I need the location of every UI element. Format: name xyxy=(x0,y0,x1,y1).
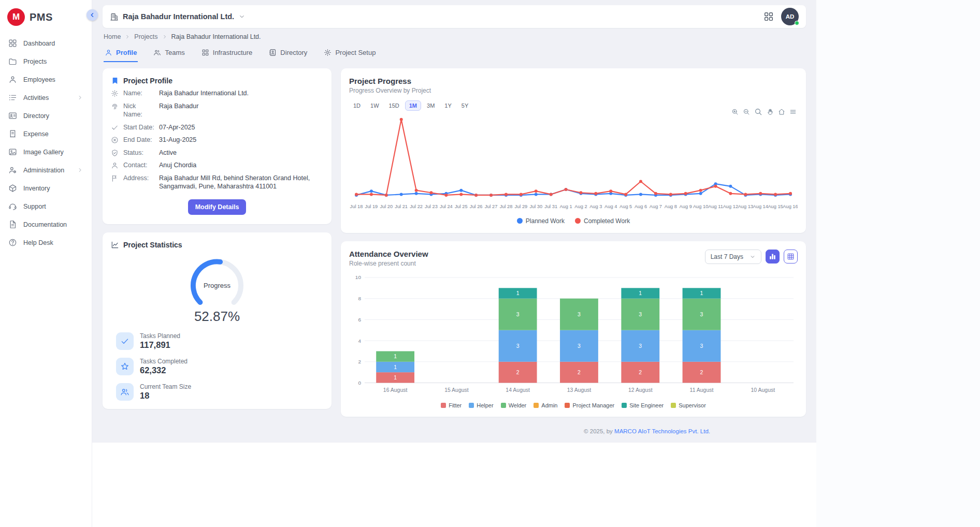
sidebar-item-support[interactable]: Support xyxy=(0,197,92,215)
range-1w-button[interactable]: 1W xyxy=(366,100,383,111)
chart-menu-icon[interactable] xyxy=(789,108,797,115)
stat-label: Tasks Planned xyxy=(140,332,180,340)
user-icon xyxy=(105,49,112,56)
svg-text:11 August: 11 August xyxy=(690,387,714,393)
footer: © 2025, by MARCO AIoT Technologies Pvt. … xyxy=(341,425,806,434)
attendance-bar-chart[interactable]: 024681011116 August15 August233114 Augus… xyxy=(349,271,798,401)
legend-swatch xyxy=(501,403,506,408)
tab-directory[interactable]: Directory xyxy=(268,46,308,62)
inventory-icon xyxy=(8,184,17,193)
tab-infrastructure[interactable]: Infrastructure xyxy=(200,46,254,62)
field-value: Raja Bahadur International Ltd. xyxy=(159,89,323,98)
svg-text:13 August: 13 August xyxy=(567,387,592,393)
sidebar-item-administration[interactable]: Administration xyxy=(0,161,92,179)
profile-field-status: Status:Active xyxy=(111,149,323,157)
svg-text:2: 2 xyxy=(639,369,642,375)
svg-text:Jul 20: Jul 20 xyxy=(380,204,393,209)
legend-item-planned-work[interactable]: Planned Work xyxy=(517,217,565,225)
sidebar-item-help-desk[interactable]: Help Desk xyxy=(0,233,92,252)
range-1m-button[interactable]: 1M xyxy=(405,100,421,111)
avatar[interactable]: AD xyxy=(781,8,799,25)
legend-item-supervisor[interactable]: Supervisor xyxy=(671,402,706,408)
profile-field-address: Address:Raja Bahadur Mill Rd, behind She… xyxy=(111,174,323,191)
apps-grid-icon[interactable] xyxy=(763,11,774,22)
sidebar-item-label: Support xyxy=(23,203,46,210)
zoom-selection-icon[interactable] xyxy=(754,108,762,116)
svg-text:Jul 30: Jul 30 xyxy=(529,204,542,209)
sidebar-item-documentation[interactable]: Documentation xyxy=(0,215,92,233)
svg-text:Jul 27: Jul 27 xyxy=(485,204,498,209)
svg-text:2: 2 xyxy=(578,369,581,375)
bar-view-button[interactable] xyxy=(766,250,780,264)
sidebar-item-employees[interactable]: Employees xyxy=(0,70,92,89)
field-label: Status: xyxy=(123,149,154,157)
progress-line-chart[interactable]: Jul 18Jul 19Jul 20Jul 21Jul 22Jul 23Jul … xyxy=(349,112,798,215)
svg-text:Aug 10: Aug 10 xyxy=(693,204,708,209)
legend-item-helper[interactable]: Helper xyxy=(469,402,493,408)
breadcrumb-item-home[interactable]: Home xyxy=(104,33,121,40)
tab-profile[interactable]: Profile xyxy=(104,46,138,62)
company-selector[interactable]: Raja Bahadur International Ltd. xyxy=(110,12,246,21)
online-status-dot xyxy=(795,21,799,25)
expense-icon xyxy=(8,129,17,138)
table-view-button[interactable] xyxy=(784,250,798,264)
sidebar-item-inventory[interactable]: Inventory xyxy=(0,179,92,197)
profile-field-nick-name: Nick Name:Raja Bahadur xyxy=(111,102,323,119)
chevron-right-icon xyxy=(77,94,83,101)
dashboard-icon xyxy=(8,39,17,48)
tab-project-setup[interactable]: Project Setup xyxy=(323,46,377,62)
svg-text:Jul 31: Jul 31 xyxy=(544,204,557,209)
field-label: Start Date: xyxy=(123,123,154,132)
stats-list: Tasks Planned117,891Tasks Completed62,33… xyxy=(111,332,323,401)
svg-text:Aug 16: Aug 16 xyxy=(783,204,798,209)
sidebar-collapse-button[interactable] xyxy=(87,9,98,21)
check-icon xyxy=(116,332,134,350)
sidebar-item-directory[interactable]: Directory xyxy=(0,107,92,125)
svg-text:Aug 9: Aug 9 xyxy=(680,204,692,209)
legend-item-project-manager[interactable]: Project Manager xyxy=(565,402,614,408)
sidebar-item-activities[interactable]: Activities xyxy=(0,89,92,107)
svg-text:3: 3 xyxy=(578,311,581,317)
app-title: PMS xyxy=(30,11,53,23)
sidebar-item-image-gallery[interactable]: Image Gallery xyxy=(0,143,92,161)
footer-company-link[interactable]: MARCO AIoT Technologies Pvt. Ltd. xyxy=(614,428,710,434)
range-15d-button[interactable]: 15D xyxy=(385,100,403,111)
legend-item-admin[interactable]: Admin xyxy=(534,402,557,408)
legend-item-welder[interactable]: Welder xyxy=(501,402,527,408)
breadcrumb: HomeProjectsRaja Bahadur International L… xyxy=(103,28,806,45)
svg-text:1: 1 xyxy=(394,354,397,359)
zoom-in-icon[interactable] xyxy=(731,108,739,115)
days-filter-select[interactable]: Last 7 Days xyxy=(705,250,761,264)
avatar-initials: AD xyxy=(786,13,795,20)
modify-details-button[interactable]: Modify Details xyxy=(188,199,247,215)
range-3m-button[interactable]: 3M xyxy=(423,100,439,111)
svg-text:Jul 21: Jul 21 xyxy=(395,204,408,209)
range-1d-button[interactable]: 1D xyxy=(349,100,365,111)
administration-icon xyxy=(8,166,17,174)
legend-item-fitter[interactable]: Fitter xyxy=(441,402,462,408)
svg-text:Jul 28: Jul 28 xyxy=(500,204,513,209)
sidebar-item-expense[interactable]: Expense xyxy=(0,125,92,143)
pan-icon[interactable] xyxy=(767,108,774,115)
sidebar-item-projects[interactable]: Projects xyxy=(0,52,92,70)
sidebar: M PMS DashboardProjectsEmployeesActiviti… xyxy=(0,0,92,527)
reset-zoom-icon[interactable] xyxy=(778,108,785,115)
legend-item-completed-work[interactable]: Completed Work xyxy=(575,217,630,225)
stat-value: 117,891 xyxy=(140,340,180,350)
tab-teams[interactable]: Teams xyxy=(152,46,185,62)
svg-text:Jul 23: Jul 23 xyxy=(425,204,438,209)
sidebar-nav: DashboardProjectsEmployeesActivitiesDire… xyxy=(0,34,92,252)
breadcrumb-item-projects[interactable]: Projects xyxy=(134,33,157,40)
flag-icon xyxy=(111,174,119,182)
legend-swatch xyxy=(565,403,570,408)
field-value: 31-Aug-2025 xyxy=(159,136,323,144)
svg-text:Aug 6: Aug 6 xyxy=(635,204,647,209)
sidebar-item-dashboard[interactable]: Dashboard xyxy=(0,34,92,52)
field-label: Address: xyxy=(123,174,154,183)
svg-text:3: 3 xyxy=(700,311,703,317)
range-1y-button[interactable]: 1Y xyxy=(440,100,455,111)
legend-item-site-engineer[interactable]: Site Engineer xyxy=(622,402,664,408)
zoom-out-icon[interactable] xyxy=(743,108,750,115)
app-logo[interactable]: M PMS xyxy=(0,6,92,34)
range-5y-button[interactable]: 5Y xyxy=(457,100,472,111)
